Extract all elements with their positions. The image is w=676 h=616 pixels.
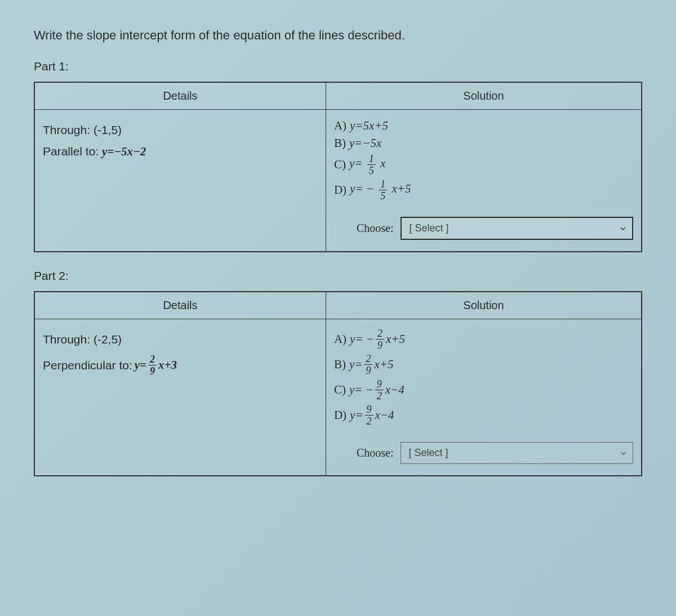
part2-opt-b-den: 9 [364, 365, 372, 376]
part1-opt-d-after: x+5 [392, 182, 411, 195]
part2-option-b-label: B) [334, 358, 346, 372]
part2-opt-c-den: 2 [375, 390, 384, 401]
part2-relation-num: 2 [148, 354, 157, 365]
part2-opt-a-after: x+5 [386, 332, 405, 346]
part1-option-a: A) y=5x+5 [334, 119, 633, 133]
part1-opt-b-prefix: y= [349, 136, 363, 150]
part1-opt-a-rest: 5x+5 [363, 119, 389, 132]
part1-dropdown-text: [ Select ] [410, 222, 449, 234]
part1-option-c: C) y= 15 x [334, 154, 633, 176]
part2-option-a: A) y= − 29 x+5 [334, 328, 633, 350]
part1-relation-eq-prefix: y= [102, 145, 114, 158]
part1-opt-d-num: 1 [379, 179, 387, 190]
part2-opt-d-num: 9 [365, 404, 373, 416]
part2-through-label: Through: [43, 333, 90, 346]
part2-relation-prefix: y= [135, 358, 146, 372]
part1-opt-c-den: 5 [367, 165, 376, 176]
part1-through-label: Through: [43, 123, 90, 136]
part1-solution-cell: A) y=5x+5 B) y=−5x C) y= 15 x D) y= − 15 [326, 110, 642, 252]
part2-opt-d-after: x−4 [375, 408, 394, 422]
part1-relation-label: Parallel to: [43, 145, 99, 158]
part1-through-point: (-1,5) [94, 123, 122, 136]
part1-option-a-label: A) [334, 119, 346, 133]
part2-header-solution: Solution [326, 292, 642, 319]
part2-option-a-label: A) [334, 332, 346, 346]
part2-opt-a-num: 2 [376, 328, 384, 340]
part2-opt-a-den: 9 [376, 340, 384, 350]
part1-option-d: D) y= − 15 x+5 [334, 179, 633, 201]
part2-opt-c-prefix: y= − [349, 383, 373, 397]
part2-opt-d-den: 2 [365, 416, 373, 426]
part2-option-d-label: D) [334, 408, 346, 422]
part2-opt-d-prefix: y= [350, 408, 363, 422]
chevron-down-icon [620, 225, 626, 232]
fraction-icon: 29 [364, 354, 372, 376]
part2-opt-b-prefix: y= [349, 358, 363, 372]
part2-relation-after: x+3 [158, 358, 177, 372]
part1-choose-label: Choose: [357, 222, 394, 235]
part1-opt-c-prefix: y= [349, 157, 363, 170]
part1-details-cell: Through: (-1,5) Parallel to: y=−5x−2 [34, 110, 326, 252]
part1-opt-d-den: 5 [379, 190, 387, 201]
part1-opt-c-after: x [380, 157, 385, 170]
part1-option-d-label: D) [334, 183, 346, 197]
chevron-down-icon [620, 450, 627, 457]
part1-header-details: Details [34, 82, 326, 110]
part2-relation-den: 9 [148, 365, 157, 376]
part1-opt-d-prefix: y= − [350, 182, 374, 195]
part2-opt-b-num: 2 [364, 354, 372, 365]
fraction-icon: 15 [379, 179, 387, 201]
fraction-icon: 29 [376, 328, 384, 350]
part2-label: Part 2: [34, 269, 642, 283]
part1-label: Part 1: [34, 60, 642, 73]
fraction-icon: 15 [367, 154, 376, 176]
part1-relation-eq-rest: −5x−2 [114, 145, 146, 158]
part1-opt-b-rest: −5x [362, 136, 381, 150]
part2-option-d: D) y= 92 x−4 [334, 404, 633, 426]
fraction-icon: 92 [365, 404, 373, 426]
part2-choose-label: Choose: [357, 447, 394, 459]
fraction-icon: 92 [375, 379, 384, 401]
part2-relation-label: Perpendicular to: [43, 359, 132, 372]
fraction-icon: 29 [148, 354, 157, 376]
part1-header-solution: Solution [326, 82, 642, 110]
part2-header-details: Details [34, 292, 326, 319]
part2-option-b: B) y= 29 x+5 [334, 354, 633, 376]
part2-option-c-label: C) [334, 383, 346, 397]
part2-table: Details Solution Through: (-2,5) Perpend… [34, 291, 642, 476]
part2-details-cell: Through: (-2,5) Perpendicular to: y= 29 … [34, 319, 326, 476]
part2-solution-cell: A) y= − 29 x+5 B) y= 29 x+5 C) y= − [326, 319, 642, 476]
part2-answer-select[interactable]: [ Select ] [401, 442, 634, 464]
instruction-text: Write the slope intercept form of the eq… [34, 28, 642, 43]
part1-table: Details Solution Through: (-1,5) Paralle… [34, 82, 642, 252]
part2-opt-a-prefix: y= − [350, 332, 374, 346]
part2-option-c: C) y= − 92 x−4 [334, 379, 633, 401]
part2-opt-c-after: x−4 [385, 383, 404, 397]
part2-dropdown-text: [ Select ] [409, 447, 448, 458]
part2-opt-c-num: 9 [375, 379, 384, 390]
part2-through-point: (-2,5) [94, 333, 122, 346]
part1-option-c-label: C) [334, 158, 346, 172]
part1-opt-a-prefix: y= [350, 119, 363, 132]
part2-opt-b-after: x+5 [374, 358, 393, 372]
part1-option-b-label: B) [334, 136, 346, 150]
part1-answer-select[interactable]: [ Select ] [401, 217, 634, 240]
part1-option-b: B) y=−5x [334, 136, 633, 150]
part1-opt-c-num: 1 [367, 154, 376, 165]
